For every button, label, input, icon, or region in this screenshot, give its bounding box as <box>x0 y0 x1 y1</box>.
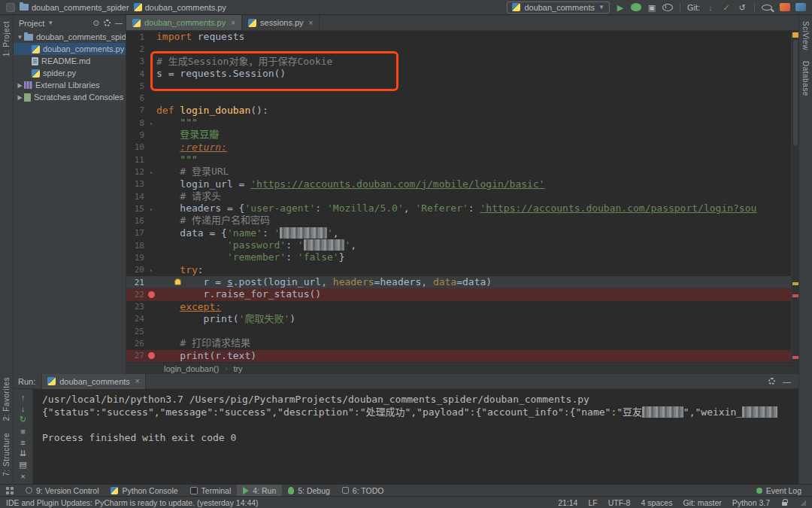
locate-icon[interactable]: ⊙ <box>93 19 99 27</box>
run-settings-icon[interactable] <box>768 378 775 385</box>
event-log-button[interactable]: Event Log <box>750 486 807 495</box>
stop-icon[interactable]: ■ <box>17 425 30 437</box>
tree-item[interactable]: ▼douban_comments_spider <box>14 31 126 43</box>
breadcrumb-file[interactable]: douban_comments.py <box>134 3 226 12</box>
code-line[interactable]: 24 print('爬取失败') <box>126 313 791 325</box>
plugin-icon[interactable] <box>780 3 790 11</box>
fold-icon[interactable]: ▴ <box>146 205 156 212</box>
tool-strip-button-project[interactable]: 1: Project <box>2 21 11 56</box>
search-icon[interactable] <box>762 5 772 11</box>
fold-icon[interactable]: ▴ <box>146 120 156 126</box>
code-line[interactable]: 3# 生成Session对象，用于保存Cookie <box>126 56 791 68</box>
tool-strip-button[interactable]: 7: Structure <box>2 433 11 476</box>
line-number[interactable]: 2 <box>126 44 146 54</box>
toolwindow-switcher-icon[interactable] <box>6 487 14 494</box>
hide-icon[interactable]: — <box>783 377 791 386</box>
breakpoint-icon[interactable] <box>148 352 155 359</box>
hide-icon[interactable]: — <box>115 19 123 27</box>
console[interactable]: /usr/local/bin/python3.7 /Users/pig/Pych… <box>33 389 798 484</box>
toolwindow-button-5-debug[interactable]: 5: Debug <box>282 485 336 497</box>
scrollbar-thumb[interactable] <box>793 40 798 145</box>
debug-icon[interactable] <box>631 3 641 11</box>
code-line[interactable]: 25 <box>126 325 791 337</box>
line-number[interactable]: 5 <box>126 81 146 91</box>
breakpoint-icon[interactable] <box>148 291 155 298</box>
line-number[interactable]: 1 <box>126 32 146 42</box>
code-line[interactable]: 12▴ # 登录URL <box>126 166 791 178</box>
intention-bulb-icon[interactable] <box>174 278 181 285</box>
down-stack-trace-icon[interactable]: ↓ <box>17 403 30 414</box>
line-number[interactable]: 7 <box>126 105 146 115</box>
tree-item[interactable]: ▶Scratches and Consoles <box>14 91 126 103</box>
status-widget[interactable]: LF <box>588 498 597 507</box>
code-line[interactable]: 11 """ <box>126 154 791 166</box>
stripe-top-warning-mark[interactable] <box>792 32 798 38</box>
breadcrumb-project[interactable]: douban_comments_spider <box>20 3 129 12</box>
code-line[interactable]: 5 <box>126 80 791 92</box>
toolwindow-button-9-version-control[interactable]: 9: Version Control <box>20 485 105 497</box>
line-number[interactable]: 8 <box>126 118 146 128</box>
gutter[interactable] <box>146 291 156 298</box>
stripe-error-mark[interactable] <box>792 294 798 297</box>
line-number[interactable]: 21 <box>126 278 146 287</box>
line-number[interactable]: 14 <box>126 192 146 202</box>
rerun-icon[interactable]: ↻ <box>17 414 30 425</box>
gear-icon[interactable] <box>104 20 111 26</box>
up-stack-trace-icon[interactable]: ↑ <box>17 391 30 403</box>
close-icon[interactable]: × <box>135 377 140 385</box>
line-number[interactable]: 25 <box>126 327 146 336</box>
sync-icon[interactable] <box>795 3 806 11</box>
line-number[interactable]: 9 <box>126 130 146 140</box>
close-icon[interactable]: × <box>231 19 235 27</box>
clear-all-icon[interactable]: × <box>17 470 30 482</box>
toolwindow-button-4-run[interactable]: 4: Run <box>237 485 282 497</box>
code-line[interactable]: 22 r.raise_for_status() <box>126 288 791 300</box>
status-message[interactable]: IDE and Plugin Updates: PyCharm is ready… <box>6 498 546 507</box>
tree-item[interactable]: README.md <box>14 55 126 67</box>
code-line[interactable]: 14 # 请求头 <box>126 190 791 202</box>
line-number[interactable]: 23 <box>126 302 146 312</box>
code-line[interactable]: 20▴ try: <box>126 264 791 276</box>
line-number[interactable]: 10 <box>126 142 146 152</box>
coverage-icon[interactable]: ▣ <box>647 2 657 13</box>
resize-grip-icon[interactable] <box>799 499 806 506</box>
line-number[interactable]: 24 <box>126 314 146 324</box>
error-stripe[interactable] <box>791 31 798 362</box>
line-number[interactable]: 19 <box>126 253 146 263</box>
profiler-icon[interactable] <box>662 4 673 11</box>
breadcrumb-item[interactable]: login_douban() <box>161 364 222 373</box>
code-line[interactable]: 10 :return: <box>126 141 791 154</box>
line-number[interactable]: 16 <box>126 216 146 226</box>
status-widget[interactable]: UTF-8 <box>608 498 631 507</box>
status-widget[interactable]: Python 3.7 <box>732 498 770 507</box>
tree-item[interactable]: douban_comments.py <box>14 43 126 55</box>
code-line[interactable]: 18 'password': ' ', <box>126 239 791 251</box>
code-line[interactable]: 6 <box>126 92 791 104</box>
fold-icon[interactable]: ▴ <box>146 266 156 273</box>
line-number[interactable]: 17 <box>126 228 146 238</box>
print-icon[interactable]: ▤ <box>17 459 30 470</box>
project-panel-title[interactable]: Project <box>19 19 44 28</box>
line-number[interactable]: 4 <box>126 69 146 79</box>
toolwindow-button-6-todo[interactable]: 6: TODO <box>336 485 390 497</box>
run-config-selector[interactable]: douban_comments ▼ <box>507 2 609 14</box>
toolwindow-button-terminal[interactable]: Terminal <box>184 485 238 497</box>
editor-tab[interactable]: sessions.py× <box>242 15 320 30</box>
toolwindow-button-python-console[interactable]: Python Console <box>105 485 183 497</box>
scroll-to-end-icon[interactable]: ⇊ <box>17 448 30 459</box>
code-line[interactable]: 16 # 传递用户名和密码 <box>126 214 791 227</box>
code-line[interactable]: 26 # 打印请求结果 <box>126 337 791 349</box>
status-widget[interactable]: 4 spaces <box>641 498 672 507</box>
line-number[interactable]: 15 <box>126 204 146 214</box>
breadcrumb-item[interactable]: try <box>230 364 245 373</box>
tool-strip-button[interactable]: SciView <box>801 21 810 50</box>
code-line[interactable]: 21 r = s.post(login_url, headers=headers… <box>126 276 791 288</box>
code-line[interactable]: 9 登录豆瓣 <box>126 129 791 141</box>
code-line[interactable]: 2 <box>126 43 791 55</box>
gutter[interactable] <box>146 352 156 359</box>
line-number[interactable]: 11 <box>126 155 146 165</box>
chevron-down-icon[interactable]: ▼ <box>16 34 24 41</box>
chevron-right-icon[interactable]: ▶ <box>16 82 24 89</box>
code-line[interactable]: 15▴ headers = {'user-agent': 'Mozilla/5.… <box>126 202 791 214</box>
git-rollback-icon[interactable]: ↺ <box>737 2 747 13</box>
